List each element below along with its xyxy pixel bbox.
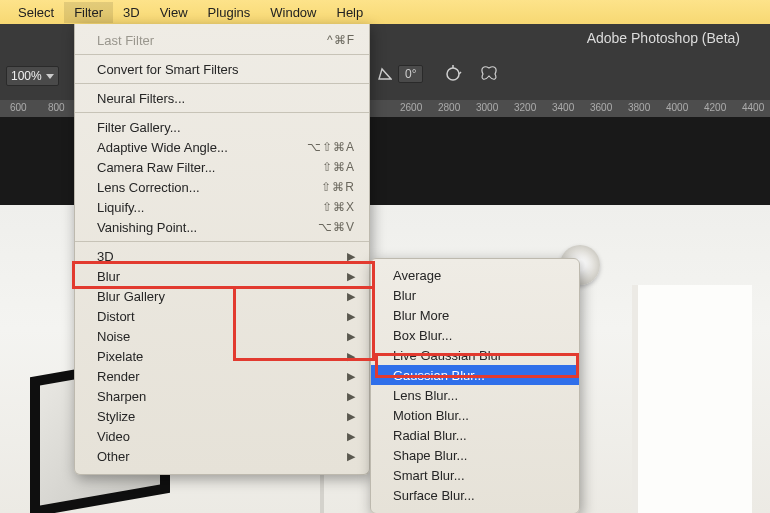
menu-item-label: Vanishing Point... <box>97 220 197 235</box>
menu-item-label: Liquify... <box>97 200 144 215</box>
menu-item-noise[interactable]: Noise▶ <box>75 326 369 346</box>
submenu-arrow-icon: ▶ <box>347 450 355 463</box>
menubar-item-filter[interactable]: Filter <box>64 2 113 23</box>
menu-item-label: Stylize <box>97 409 135 424</box>
menu-item-label: Live Gaussian Blur <box>393 348 502 363</box>
menu-item-live-gaussian-blur[interactable]: Live Gaussian Blur <box>371 345 579 365</box>
menu-item-gaussian-blur[interactable]: Gaussian Blur... <box>371 365 579 385</box>
rotate-icon[interactable] <box>443 64 463 84</box>
ruler-tick: 3200 <box>514 102 536 113</box>
ruler-tick: 3800 <box>628 102 650 113</box>
menu-item-shape-blur[interactable]: Shape Blur... <box>371 445 579 465</box>
menu-item-label: Pixelate <box>97 349 143 364</box>
menu-item-camera-raw-filter[interactable]: Camera Raw Filter...⇧⌘A <box>75 157 369 177</box>
menu-item-blur-gallery[interactable]: Blur Gallery▶ <box>75 286 369 306</box>
menu-item-blur[interactable]: Blur <box>371 285 579 305</box>
filter-menu: Last Filter^⌘FConvert for Smart FiltersN… <box>74 24 370 475</box>
menubar-item-help[interactable]: Help <box>327 2 374 23</box>
menu-item-other[interactable]: Other▶ <box>75 446 369 466</box>
menu-shortcut: ⇧⌘X <box>322 200 355 214</box>
menu-item-label: Smart Blur... <box>393 468 465 483</box>
blur-submenu: AverageBlurBlur MoreBox Blur...Live Gaus… <box>370 258 580 513</box>
butterfly-icon[interactable] <box>479 64 499 84</box>
svg-point-0 <box>447 68 459 80</box>
submenu-arrow-icon: ▶ <box>347 290 355 303</box>
menubar-item-select[interactable]: Select <box>8 2 64 23</box>
menu-item-label: Last Filter <box>97 33 154 48</box>
menu-item-label: Blur <box>97 269 120 284</box>
menu-item-label: Blur <box>393 288 416 303</box>
submenu-arrow-icon: ▶ <box>347 270 355 283</box>
menu-item-stylize[interactable]: Stylize▶ <box>75 406 369 426</box>
menu-shortcut: ⌥⇧⌘A <box>307 140 355 154</box>
app-title: Adobe Photoshop (Beta) <box>587 30 740 46</box>
menu-item-convert-for-smart-filters[interactable]: Convert for Smart Filters <box>75 59 369 79</box>
menu-shortcut: ⇧⌘R <box>321 180 355 194</box>
submenu-arrow-icon: ▶ <box>347 370 355 383</box>
menu-item-label: Gaussian Blur... <box>393 368 485 383</box>
ruler-tick: 800 <box>48 102 65 113</box>
menu-item-lens-correction[interactable]: Lens Correction...⇧⌘R <box>75 177 369 197</box>
ruler-tick: 4000 <box>666 102 688 113</box>
menu-item-surface-blur[interactable]: Surface Blur... <box>371 485 579 505</box>
zoom-select[interactable]: 100% <box>6 66 59 86</box>
menu-item-label: Distort <box>97 309 135 324</box>
menu-item-label: Motion Blur... <box>393 408 469 423</box>
menu-item-blur-more[interactable]: Blur More <box>371 305 579 325</box>
menu-item-video[interactable]: Video▶ <box>75 426 369 446</box>
menu-item-label: Box Blur... <box>393 328 452 343</box>
menu-item-label: Radial Blur... <box>393 428 467 443</box>
ruler-tick: 3000 <box>476 102 498 113</box>
menu-item-label: Sharpen <box>97 389 146 404</box>
menu-item-liquify[interactable]: Liquify...⇧⌘X <box>75 197 369 217</box>
submenu-arrow-icon: ▶ <box>347 350 355 363</box>
menubar-item-plugins[interactable]: Plugins <box>198 2 261 23</box>
submenu-arrow-icon: ▶ <box>347 310 355 323</box>
ruler-tick: 2800 <box>438 102 460 113</box>
menu-item-label: Blur More <box>393 308 449 323</box>
menu-item-label: Blur Gallery <box>97 289 165 304</box>
menubar-item-view[interactable]: View <box>150 2 198 23</box>
menu-item-motion-blur[interactable]: Motion Blur... <box>371 405 579 425</box>
menu-item-label: Filter Gallery... <box>97 120 181 135</box>
menu-item-blur[interactable]: Blur▶ <box>75 266 369 286</box>
menu-item-label: Lens Blur... <box>393 388 458 403</box>
menu-item-radial-blur[interactable]: Radial Blur... <box>371 425 579 445</box>
menu-item-adaptive-wide-angle[interactable]: Adaptive Wide Angle...⌥⇧⌘A <box>75 137 369 157</box>
menu-item-label: Shape Blur... <box>393 448 467 463</box>
submenu-arrow-icon: ▶ <box>347 390 355 403</box>
menu-item-label: 3D <box>97 249 114 264</box>
ruler-tick: 2600 <box>400 102 422 113</box>
ruler-tick: 3600 <box>590 102 612 113</box>
menu-item-distort[interactable]: Distort▶ <box>75 306 369 326</box>
menubar-item-3d[interactable]: 3D <box>113 2 150 23</box>
angle-icon <box>378 67 392 81</box>
menu-item-label: Surface Blur... <box>393 488 475 503</box>
menu-item-3d[interactable]: 3D▶ <box>75 246 369 266</box>
ruler-tick: 4400 <box>742 102 764 113</box>
menu-item-label: Camera Raw Filter... <box>97 160 215 175</box>
menu-item-label: Render <box>97 369 140 384</box>
menu-item-lens-blur[interactable]: Lens Blur... <box>371 385 579 405</box>
menu-item-label: Video <box>97 429 130 444</box>
ruler-tick: 4200 <box>704 102 726 113</box>
menu-shortcut: ^⌘F <box>327 33 355 47</box>
angle-field[interactable]: 0° <box>398 65 423 83</box>
submenu-arrow-icon: ▶ <box>347 430 355 443</box>
menubar-item-window[interactable]: Window <box>260 2 326 23</box>
menu-item-smart-blur[interactable]: Smart Blur... <box>371 465 579 485</box>
menu-item-neural-filters[interactable]: Neural Filters... <box>75 88 369 108</box>
menu-item-pixelate[interactable]: Pixelate▶ <box>75 346 369 366</box>
menu-item-vanishing-point[interactable]: Vanishing Point...⌥⌘V <box>75 217 369 237</box>
menu-item-sharpen[interactable]: Sharpen▶ <box>75 386 369 406</box>
menu-item-label: Adaptive Wide Angle... <box>97 140 228 155</box>
menu-item-average[interactable]: Average <box>371 265 579 285</box>
menu-item-last-filter: Last Filter^⌘F <box>75 30 369 50</box>
chevron-down-icon <box>46 74 54 79</box>
menu-item-render[interactable]: Render▶ <box>75 366 369 386</box>
menu-item-filter-gallery[interactable]: Filter Gallery... <box>75 117 369 137</box>
zoom-value: 100% <box>11 69 42 83</box>
menu-item-label: Neural Filters... <box>97 91 185 106</box>
menu-item-label: Noise <box>97 329 130 344</box>
menu-item-box-blur[interactable]: Box Blur... <box>371 325 579 345</box>
